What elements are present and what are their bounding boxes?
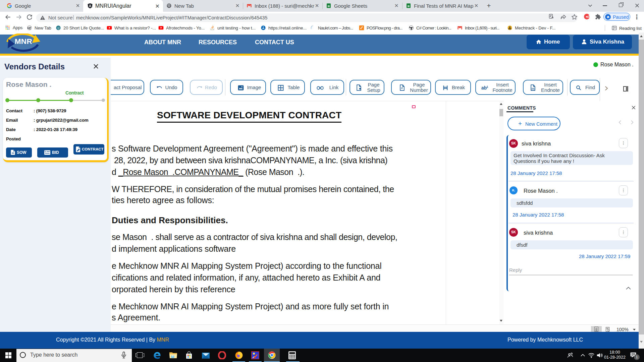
svg-text:MNR: MNR [15, 37, 33, 46]
svg-text:Q: Q [57, 26, 59, 29]
svg-text:[ii]: [ii] [532, 87, 534, 90]
svg-text:1: 1 [487, 85, 488, 88]
svg-text:ab: ab [481, 85, 487, 90]
svg-text:#: # [401, 86, 403, 90]
svg-text:$: $ [45, 150, 46, 153]
